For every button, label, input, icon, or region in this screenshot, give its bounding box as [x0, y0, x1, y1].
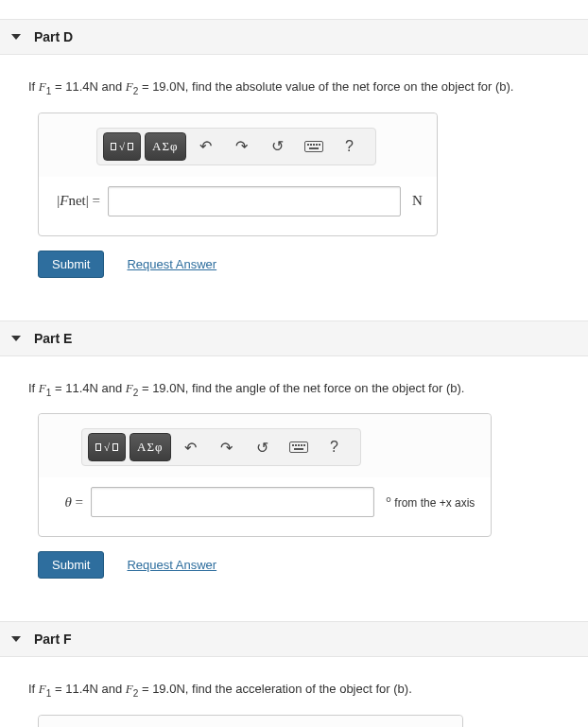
undo-icon: ↶	[199, 137, 212, 155]
help-icon: ?	[330, 439, 338, 456]
unit-label: N	[401, 193, 423, 209]
answer-input-d[interactable]	[108, 186, 401, 216]
svg-rect-6	[309, 147, 319, 149]
chevron-down-icon	[11, 336, 21, 341]
keyboard-icon	[289, 441, 308, 453]
submit-button[interactable]: Submit	[38, 251, 104, 278]
toolbar-e: √ ΑΣφ ↶ ↷ ↺ ?	[39, 414, 491, 477]
help-button[interactable]: ?	[319, 433, 351, 461]
svg-rect-5	[319, 144, 320, 146]
part-title: Part E	[34, 331, 72, 346]
reset-icon: ↺	[256, 439, 268, 457]
greek-button[interactable]: ΑΣφ	[130, 433, 170, 461]
chevron-down-icon	[11, 636, 21, 642]
svg-rect-0	[304, 141, 322, 151]
lhs-label: θ =	[53, 494, 91, 511]
undo-button[interactable]: ↶	[190, 132, 222, 161]
redo-button[interactable]: ↷	[226, 132, 258, 161]
part-header-e[interactable]: Part E	[0, 320, 588, 356]
keyboard-button[interactable]	[283, 433, 315, 461]
request-answer-link[interactable]: Request Answer	[127, 257, 216, 271]
part-header-f[interactable]: Part F	[0, 621, 588, 657]
templates-icon: √	[95, 441, 118, 453]
svg-rect-11	[301, 444, 303, 446]
svg-rect-13	[294, 448, 303, 450]
help-icon: ?	[345, 138, 354, 155]
toolbar-d: √ ΑΣφ ↶ ↷ ↺ ?	[39, 113, 437, 177]
svg-rect-12	[303, 444, 305, 446]
part-title: Part D	[34, 29, 73, 44]
submit-button[interactable]: Submit	[38, 551, 104, 579]
svg-rect-2	[310, 144, 312, 146]
answer-box-f: √ ΑΣφ ↶ ↷ ↺ ? |a| = m/s2	[38, 715, 463, 727]
svg-rect-9	[295, 444, 297, 446]
templates-button[interactable]: √	[88, 433, 126, 461]
request-answer-link[interactable]: Request Answer	[127, 558, 216, 572]
undo-button[interactable]: ↶	[175, 433, 207, 461]
svg-rect-1	[307, 144, 309, 146]
prompt-e: If F1 = 11.4N and F2 = 19.0N, find the a…	[0, 356, 588, 414]
prompt-f: If F1 = 11.4N and F2 = 19.0N, find the a…	[0, 657, 588, 715]
keyboard-button[interactable]	[298, 132, 330, 161]
templates-icon: √	[111, 141, 133, 152]
prompt-d: If F1 = 11.4N and F2 = 19.0N, find the a…	[0, 55, 588, 113]
help-button[interactable]: ?	[334, 132, 366, 161]
svg-rect-10	[298, 444, 300, 446]
actions-e: Submit Request Answer	[0, 551, 588, 602]
svg-rect-8	[292, 444, 294, 446]
reset-button[interactable]: ↺	[262, 132, 294, 161]
redo-icon: ↷	[235, 137, 248, 155]
part-title: Part F	[34, 632, 72, 647]
greek-button[interactable]: ΑΣφ	[145, 132, 185, 161]
redo-button[interactable]: ↷	[211, 433, 243, 461]
svg-rect-3	[313, 144, 315, 146]
chevron-down-icon	[11, 34, 21, 40]
actions-d: Submit Request Answer	[0, 251, 588, 302]
svg-rect-7	[289, 442, 307, 453]
reset-button[interactable]: ↺	[247, 433, 279, 461]
templates-button[interactable]: √	[103, 132, 141, 161]
unit-label: ° from the +x axis	[374, 494, 475, 511]
svg-rect-4	[316, 144, 318, 146]
undo-icon: ↶	[184, 439, 197, 457]
lhs-label: |Fnet| =	[53, 193, 108, 209]
reset-icon: ↺	[271, 137, 284, 155]
answer-box-d: √ ΑΣφ ↶ ↷ ↺ ? |Fnet| = N	[38, 113, 438, 236]
part-header-d[interactable]: Part D	[0, 19, 588, 55]
redo-icon: ↷	[220, 439, 233, 457]
keyboard-icon	[304, 141, 323, 152]
toolbar-f: √ ΑΣφ ↶ ↷ ↺ ?	[39, 716, 462, 727]
answer-input-e[interactable]	[91, 487, 374, 517]
answer-box-e: √ ΑΣφ ↶ ↷ ↺ ? θ = ° from the +x axis	[38, 413, 492, 537]
